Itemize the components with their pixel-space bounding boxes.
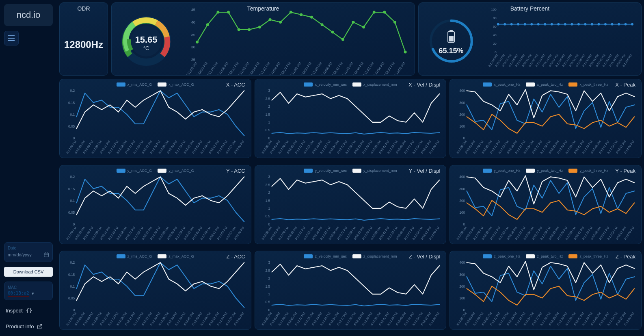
legend-item[interactable]: z_peak_one_Hz [483,254,520,258]
svg-text:3: 3 [268,261,270,265]
svg-text:2: 2 [268,104,270,108]
svg-point-43 [279,21,282,24]
x-acc-chart: X - ACCx_rms_ACC_Gx_max_ACC_G00.050.10.1… [59,79,251,158]
svg-point-101 [591,23,593,26]
svg-text:0.15: 0.15 [68,186,75,191]
legend-item[interactable]: x_displacement_mm [352,82,397,87]
y-peak-chart: Y - Peaky_peak_one_Hzy_peak_two_Hzy_peak… [450,165,642,244]
chevron-down-icon: ▾ [32,291,34,296]
legend-item[interactable]: x_rms_ACC_G [117,82,152,87]
svg-text:0.05: 0.05 [68,296,75,300]
chart-legend: z_peak_one_Hzz_peak_two_Hzz_peak_three_H… [454,254,637,260]
svg-point-94 [544,23,546,26]
svg-text:2.5: 2.5 [265,269,270,273]
legend-item[interactable]: z_rms_ACC_G [117,254,152,258]
svg-text:0.2: 0.2 [70,175,75,179]
chart-title: X - Peak [615,82,635,88]
date-input[interactable]: mm/dd/yyyy [8,251,49,258]
svg-point-88 [504,23,506,26]
svg-text:40: 40 [493,33,497,37]
svg-text:0.5: 0.5 [265,128,270,132]
temperature-gauge: 15.65 °C [116,9,177,69]
legend-item[interactable]: z_peak_two_Hz [526,254,563,258]
svg-text:60: 60 [493,25,497,28]
chart-title: X - ACC [226,82,245,88]
legend-item[interactable]: x_max_ACC_G [158,82,194,87]
download-csv-button[interactable]: Download CSV [4,267,53,277]
y-acc-chart: Y - ACCy_rms_ACC_Gy_max_ACC_G00.050.10.1… [59,165,251,244]
svg-text:0.05: 0.05 [68,210,75,214]
legend-item[interactable]: x_peak_two_Hz [526,82,563,87]
legend-item[interactable]: z_displacement_mm [352,254,397,258]
x-peak-chart: X - Peakx_peak_one_Hzx_peak_two_Hzx_peak… [450,79,642,158]
svg-text:2.5: 2.5 [265,182,270,186]
product-info-link[interactable]: Product info [4,321,53,332]
legend-item[interactable]: y_max_ACC_G [158,169,194,173]
svg-text:2.5: 2.5 [265,97,270,101]
svg-text:400: 400 [460,175,465,179]
z-vel-chart: Z - Vel / Displz_velocity_mm_secz_displa… [255,251,447,330]
chart-title: Y - Vel / Displ [409,168,441,174]
chart-title: Y - Peak [615,168,635,174]
inspect-link[interactable]: Inspect {} [4,305,53,316]
svg-point-100 [584,23,586,26]
svg-point-103 [604,23,607,26]
svg-text:0: 0 [268,308,270,312]
mac-select[interactable]: 00:13:a2 [8,290,29,297]
svg-point-35 [196,41,199,43]
svg-text:0: 0 [73,222,75,226]
svg-text:0: 0 [463,136,465,140]
calendar-icon [43,252,49,258]
y-vel-chart: Y - Vel / Disply_velocity_mm_secy_displa… [255,165,447,244]
svg-point-87 [497,23,499,26]
svg-text:80: 80 [493,16,497,20]
svg-text:0.1: 0.1 [70,113,75,117]
legend-item[interactable]: z_peak_three_Hz [568,254,608,258]
svg-point-39 [238,28,240,31]
sidebar: ncd.io Date mm/dd/yyyy Download CSV MAC … [0,0,57,336]
braces-icon: {} [26,308,32,314]
svg-text:100: 100 [460,296,465,300]
chart-title: X - Vel / Displ [408,82,440,88]
legend-item[interactable]: x_peak_one_Hz [483,82,520,87]
legend-item[interactable]: y_rms_ACC_G [117,169,152,173]
svg-text:1.5: 1.5 [265,198,270,202]
legend-item[interactable]: x_peak_three_Hz [568,82,608,87]
svg-text:40: 40 [191,20,195,24]
svg-text:0: 0 [268,136,270,140]
legend-item[interactable]: y_velocity_mm_sec [304,169,347,173]
svg-text:1: 1 [268,206,270,210]
date-label: Date [8,246,49,250]
svg-point-46 [310,16,313,19]
svg-text:2: 2 [268,191,270,195]
svg-text:0.2: 0.2 [70,89,75,93]
legend-item[interactable]: y_displacement_mm [352,169,397,173]
svg-text:200: 200 [460,284,465,288]
temperature-card: Temperature 15.65 °C [111,2,415,76]
battery-gauge: 65.15% [423,11,480,67]
legend-item[interactable]: z_velocity_mm_sec [304,254,347,258]
chart-legend: x_peak_one_Hzx_peak_two_Hzx_peak_three_H… [454,82,637,88]
svg-point-47 [321,23,324,26]
dashboard-main: ODR 12800Hz Temperature [57,0,644,336]
temperature-gauge-value: 15.65 [135,35,157,45]
legend-item[interactable]: y_peak_two_Hz [526,169,563,173]
svg-text:1.5: 1.5 [265,113,270,117]
legend-item[interactable]: y_peak_three_Hz [568,169,608,173]
legend-item[interactable]: y_peak_one_Hz [483,169,520,173]
svg-point-105 [618,23,620,26]
odr-title: ODR [60,3,108,14]
legend-item[interactable]: z_max_ACC_G [158,254,194,258]
svg-text:0.05: 0.05 [68,124,75,128]
svg-text:6:12:00 PM: 6:12:00 PM [185,61,198,76]
svg-point-99 [577,23,580,26]
svg-point-54 [393,21,396,24]
hamburger-icon [8,35,15,41]
external-link-icon [37,324,43,329]
menu-toggle-button[interactable] [4,31,19,46]
svg-point-36 [206,23,209,26]
battery-gauge-value: 65.15% [439,47,463,55]
legend-item[interactable]: x_velocity_mm_sec [304,82,347,87]
temperature-title: Temperature [112,3,415,14]
svg-text:0: 0 [73,136,75,140]
